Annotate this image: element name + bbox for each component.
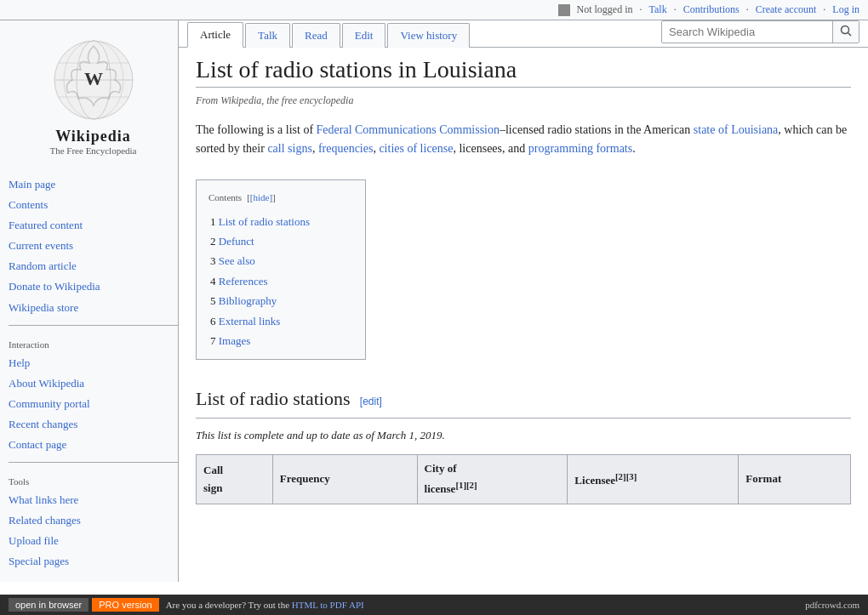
- sidebar-interaction: Interaction HelpAbout WikipediaCommunity…: [9, 338, 178, 455]
- tab-read[interactable]: Read: [292, 23, 340, 48]
- cities-link[interactable]: cities of license: [379, 142, 453, 155]
- section1-edit-link[interactable]: edit: [363, 396, 379, 407]
- intro-part4: ,: [312, 142, 318, 155]
- wikipedia-globe-icon: W: [51, 37, 136, 122]
- sidebar-item-store[interactable]: Wikipedia store: [9, 298, 178, 318]
- sidebar-item-help[interactable]: Help: [9, 353, 178, 373]
- toc-link-4[interactable]: References: [219, 275, 268, 288]
- sidebar-item-main-page[interactable]: Main page: [9, 174, 178, 195]
- logo-text: Wikipedia The Free Encyclopedia: [9, 128, 178, 156]
- search-icon: [840, 25, 852, 37]
- article-from: From Wikipedia, the free encyclopedia: [196, 94, 851, 107]
- sidebar-logo: W Wikipedia The Free Encyclopedia: [9, 29, 178, 162]
- tab-bar: ArticleTalkReadEditView history: [179, 20, 868, 48]
- talk-link[interactable]: Talk: [649, 3, 667, 16]
- frequencies-link[interactable]: frequencies: [318, 142, 374, 155]
- toc-item-1: 1 List of radio stations: [208, 212, 353, 231]
- toc-item-3: 3 See also: [208, 251, 353, 270]
- section1-edit: [edit]: [357, 394, 381, 410]
- sidebar-item-featured-content[interactable]: Featured content: [9, 215, 178, 236]
- sidebar-tools: Tools What links hereRelated changesUplo…: [9, 475, 178, 572]
- sidebar-item-about[interactable]: About Wikipedia: [9, 373, 178, 394]
- tab-talk[interactable]: Talk: [245, 23, 290, 48]
- contributions-link[interactable]: Contributions: [683, 3, 740, 16]
- svg-point-7: [842, 26, 849, 34]
- article-intro: The following is a list of Federal Commu…: [196, 121, 851, 159]
- toc-title: Contents: [208, 192, 242, 202]
- city-sup: [1][2]: [455, 480, 477, 490]
- toc-hide-link[interactable]: [hide]: [250, 192, 272, 202]
- radio-stations-table: Callsign Frequency City oflicense[1][2] …: [196, 454, 851, 504]
- article: List of radio stations in Louisiana From…: [179, 48, 868, 521]
- sidebar-item-community-portal[interactable]: Community portal: [9, 394, 178, 414]
- sidebar-item-random-article[interactable]: Random article: [9, 256, 178, 276]
- sidebar-item-contact[interactable]: Contact page: [9, 435, 178, 455]
- tools-title: Tools: [9, 475, 178, 490]
- intro-part1: The following is a list of: [196, 123, 317, 136]
- search-input[interactable]: [662, 22, 832, 42]
- tab-edit[interactable]: Edit: [342, 23, 386, 48]
- create-account-link[interactable]: Create account: [756, 3, 817, 16]
- fcc-link[interactable]: Federal Communications Commission: [317, 123, 500, 136]
- tab-view-history[interactable]: View history: [387, 23, 470, 48]
- page-wrapper: W Wikipedia The Free Encyclopedia Main p…: [0, 20, 868, 582]
- toc-item-4: 4 References: [208, 271, 353, 291]
- toc-link-7[interactable]: Images: [219, 334, 251, 347]
- table-note-text: This list is complete and up to date as …: [196, 429, 445, 441]
- search-button[interactable]: [832, 21, 859, 43]
- search-box: [661, 20, 859, 43]
- formats-link[interactable]: programming formats: [528, 142, 632, 155]
- th-format: Format: [739, 455, 851, 504]
- toc-item-2: 2 Defunct: [208, 231, 353, 251]
- logo-title: Wikipedia: [9, 128, 178, 145]
- sidebar-item-contents[interactable]: Contents: [9, 195, 178, 215]
- toc-link-1[interactable]: List of radio stations: [219, 215, 310, 228]
- tab-article[interactable]: Article: [187, 22, 243, 48]
- sidebar-nav: Main pageContentsFeatured contentCurrent…: [9, 174, 178, 318]
- intro-part2: –licensed radio stations in the American: [500, 123, 694, 136]
- section-heading-1: List of radio stations [edit]: [196, 384, 851, 418]
- separator: ·: [640, 3, 642, 16]
- callsigns-link[interactable]: call signs: [267, 142, 312, 155]
- toc-link-5[interactable]: Bibliography: [219, 294, 277, 307]
- separator2: ·: [674, 3, 677, 16]
- sidebar-divider-1: [9, 325, 178, 326]
- state-link[interactable]: state of Louisiana: [694, 123, 779, 136]
- user-icon: [558, 4, 570, 16]
- toc-link-6[interactable]: External links: [219, 315, 281, 327]
- sidebar-divider-2: [9, 462, 178, 463]
- content-area: ArticleTalkReadEditView history List of …: [179, 20, 868, 582]
- interaction-title: Interaction: [9, 338, 178, 353]
- toc-link-3[interactable]: See also: [219, 254, 255, 267]
- sidebar-item-what-links[interactable]: What links here: [9, 490, 178, 510]
- th-callsign: Callsign: [197, 455, 273, 504]
- th-city: City oflicense[1][2]: [417, 455, 568, 504]
- section1-title: List of radio stations: [196, 384, 350, 413]
- article-title: List of radio stations in Louisiana: [196, 56, 851, 88]
- sidebar-item-donate[interactable]: Donate to Wikipedia: [9, 276, 178, 297]
- separator4: ·: [823, 3, 825, 16]
- sidebar-item-upload-file[interactable]: Upload file: [9, 531, 178, 551]
- sidebar-item-related-changes[interactable]: Related changes: [9, 510, 178, 531]
- sidebar: W Wikipedia The Free Encyclopedia Main p…: [0, 20, 179, 582]
- th-licensee: Licensee[2][3]: [568, 455, 739, 504]
- toc-link-2[interactable]: Defunct: [219, 235, 254, 248]
- login-link[interactable]: Log in: [832, 3, 859, 16]
- sidebar-item-current-events[interactable]: Current events: [9, 236, 178, 256]
- sidebar-item-recent-changes[interactable]: Recent changes: [9, 414, 178, 435]
- th-frequency: Frequency: [272, 455, 417, 504]
- not-logged-in-text: Not logged in: [577, 3, 633, 16]
- table-note: This list is complete and up to date as …: [196, 427, 851, 445]
- toc-item-5: 5 Bibliography: [208, 291, 353, 310]
- toc-box: Contents [[hide]] 1 List of radio statio…: [196, 179, 366, 361]
- toc-header: Contents [[hide]]: [208, 189, 353, 207]
- svg-line-8: [848, 33, 852, 37]
- logo-subtitle: The Free Encyclopedia: [9, 145, 178, 156]
- separator3: ·: [746, 3, 749, 16]
- toc-items: 1 List of radio stations2 Defunct3 See a…: [208, 212, 353, 351]
- table-header-row: Callsign Frequency City oflicense[1][2] …: [197, 455, 851, 504]
- top-bar: Not logged in · Talk · Contributions · C…: [0, 0, 868, 20]
- intro-part6: , licensees, and: [453, 142, 528, 155]
- article-body: The following is a list of Federal Commu…: [196, 121, 851, 504]
- sidebar-item-special-pages[interactable]: Special pages: [9, 551, 178, 572]
